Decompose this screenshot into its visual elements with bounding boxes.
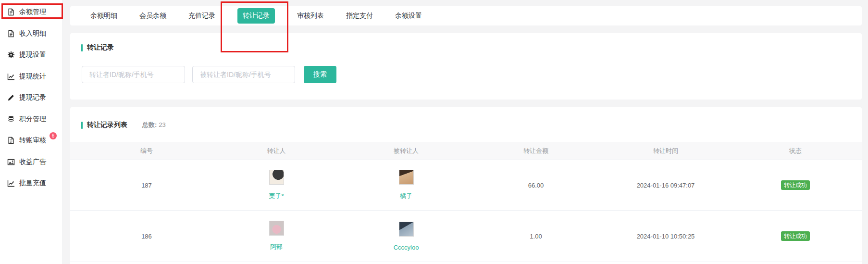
sidebar-item-transfer-review[interactable]: 转账审核 6 [0, 130, 62, 151]
coins-icon [7, 115, 15, 123]
avatar[interactable] [399, 222, 414, 237]
search-button[interactable]: 搜索 [304, 66, 336, 83]
document-icon [7, 8, 15, 16]
list-section-title-text: 转让记录列表 [87, 121, 127, 129]
sidebar-item-label: 转账审核 [19, 136, 46, 145]
column-header-id: 编号 [82, 147, 211, 155]
tab-designated-pay[interactable]: 指定支付 [346, 12, 373, 20]
tab-recharge-records[interactable]: 充值记录 [188, 12, 215, 20]
sidebar-item-label: 收入明细 [19, 29, 46, 38]
column-header-time: 转让时间 [601, 147, 731, 155]
transfer-records-search-panel: 转让记录 搜索 [70, 33, 862, 100]
sidebar-item-withdraw-settings[interactable]: 提现设置 [0, 44, 62, 66]
line-chart-icon [7, 73, 15, 80]
transfer-records-table: 编号 转让人 被转让人 转让金额 转让时间 状态 187 栗子* 橘子 66.0… [70, 142, 862, 262]
transfer-records-list-panel: 转让记录列表 总数:23 编号 转让人 被转让人 转让金额 转让时间 状态 18… [70, 107, 862, 264]
notification-count-badge: 6 [50, 132, 57, 139]
avatar[interactable] [269, 170, 284, 185]
table-row: 187 栗子* 橘子 66.00 2024-01-16 09:47:07 转让成… [70, 160, 862, 211]
tab-balance-detail[interactable]: 余额明细 [90, 12, 117, 20]
gear-icon [7, 51, 15, 59]
avatar[interactable] [399, 170, 414, 185]
total-count-label: 总数: [142, 121, 157, 128]
transferor-name-link[interactable]: 阿部 [270, 243, 283, 251]
search-filters: 搜索 [82, 66, 336, 83]
transfer-time: 2024-01-10 10:50:25 [601, 233, 731, 240]
image-icon [7, 158, 15, 166]
transferor-user: 栗子* [211, 170, 341, 201]
transfer-amount: 1.00 [471, 233, 601, 240]
title-accent-bar [81, 44, 83, 51]
transferee-user: 橘子 [341, 170, 471, 201]
column-header-amount: 转让金额 [471, 147, 601, 155]
search-section-title: 转让记录 [70, 33, 862, 52]
table-row: 186 阿部 Ccccyloo 1.00 2024-01-10 10:50:25… [70, 211, 862, 262]
tab-balance-settings[interactable]: 余额设置 [395, 12, 422, 20]
tab-bar: 余额明细 会员余额 充值记录 转让记录 审核列表 指定支付 余额设置 [70, 6, 862, 25]
status-badge: 转让成功 [781, 231, 810, 241]
sidebar-item-batch-recharge[interactable]: 批量充值 [0, 173, 62, 194]
table-header-row: 编号 转让人 被转让人 转让金额 转让时间 状态 [70, 142, 862, 160]
pencil-icon [7, 94, 15, 101]
sidebar-item-label: 提现记录 [19, 93, 46, 102]
sidebar-item-label: 批量充值 [19, 179, 46, 188]
document-icon [7, 137, 15, 144]
avatar[interactable] [269, 221, 284, 236]
sidebar-item-revenue-ads[interactable]: 收益广告 [0, 151, 62, 173]
transferee-name-link[interactable]: Ccccyloo [394, 244, 419, 251]
sidebar-item-points-management[interactable]: 积分管理 [0, 109, 62, 130]
transfer-time: 2024-01-16 09:47:07 [601, 182, 731, 189]
sidebar-item-label: 收益广告 [19, 158, 46, 166]
sidebar-item-withdraw-records[interactable]: 提现记录 [0, 87, 62, 109]
sidebar-item-withdraw-stats[interactable]: 提现统计 [0, 66, 62, 88]
transferee-user: Ccccyloo [341, 222, 471, 251]
sidebar-item-balance-management[interactable]: 余额管理 [0, 1, 62, 23]
transfer-amount: 66.00 [471, 182, 601, 189]
sidebar: 余额管理 收入明细 提现设置 提现统计 提现记录 积分管理 转账审核 6 收益广… [0, 0, 63, 264]
column-header-from: 转让人 [211, 147, 341, 155]
sidebar-item-income-detail[interactable]: 收入明细 [0, 23, 62, 45]
status-badge: 转让成功 [781, 180, 810, 190]
title-accent-bar [81, 122, 83, 129]
transferor-name-link[interactable]: 栗子* [269, 192, 284, 201]
column-header-to: 被转让人 [341, 147, 471, 155]
transferor-user: 阿部 [211, 221, 341, 251]
sidebar-item-label: 提现统计 [19, 72, 46, 81]
line-chart-icon [7, 179, 15, 187]
tab-review-list[interactable]: 审核列表 [297, 12, 324, 20]
total-count: 总数:23 [142, 121, 166, 129]
transferee-name-link[interactable]: 橘子 [400, 192, 412, 201]
sidebar-item-label: 积分管理 [19, 115, 46, 124]
column-header-status: 状态 [731, 147, 860, 155]
total-count-value: 23 [159, 121, 165, 128]
tab-transfer-records[interactable]: 转让记录 [237, 8, 275, 24]
search-section-title-text: 转让记录 [87, 43, 114, 52]
transferor-search-input[interactable] [82, 66, 185, 83]
record-id: 186 [82, 233, 211, 240]
sidebar-item-label: 提现设置 [19, 50, 46, 59]
document-icon [7, 30, 15, 38]
list-section-title: 转让记录列表 总数:23 [70, 107, 862, 129]
transferee-search-input[interactable] [192, 66, 295, 83]
record-id: 187 [82, 182, 211, 189]
tab-member-balance[interactable]: 会员余额 [139, 12, 166, 20]
sidebar-item-label: 余额管理 [19, 8, 46, 16]
